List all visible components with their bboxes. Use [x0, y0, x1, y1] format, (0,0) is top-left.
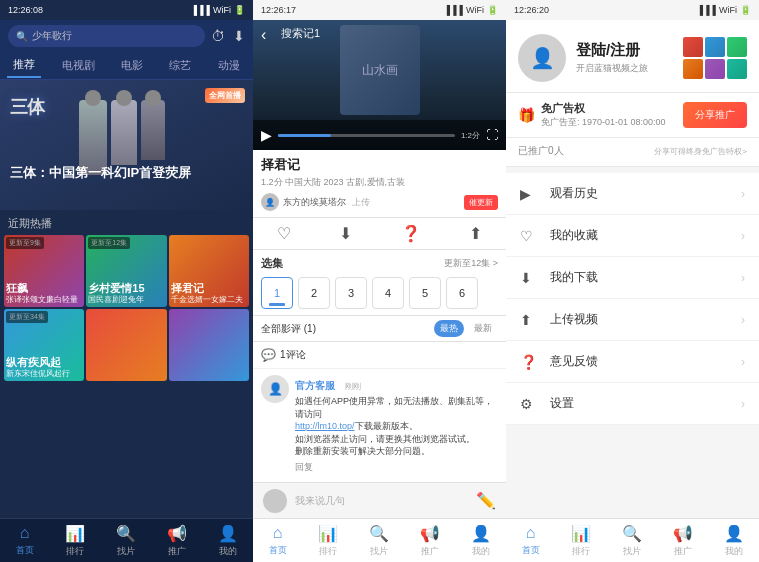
- p2-tab-hottest[interactable]: 最热: [434, 320, 464, 337]
- p1-nav-variety[interactable]: 综艺: [163, 54, 197, 77]
- p2-nav-rank[interactable]: 📊 排行: [318, 524, 338, 558]
- p2-episode-2[interactable]: 2: [298, 277, 330, 309]
- p1-grid-item-3[interactable]: 择君记 千金选婿一女嫁二夫: [169, 235, 249, 307]
- p2-promo-label: 推广: [421, 545, 439, 558]
- p3-menu-downloads[interactable]: ⬇ 我的下载 ›: [506, 257, 759, 299]
- p2-fullscreen-button[interactable]: ⛶: [486, 128, 498, 142]
- p2-episodes-update[interactable]: 更新至12集 >: [444, 257, 498, 270]
- p2-nav-mine[interactable]: 👤 我的: [471, 524, 491, 558]
- p1-grid-item-1[interactable]: 更新至9集 狂飙 张译张颂文廉白轻量: [4, 235, 84, 307]
- p3-referral-note[interactable]: 分享可得终身免广告特权>: [654, 146, 747, 157]
- p2-nav-find[interactable]: 🔍 找片: [369, 524, 389, 558]
- p3-menu-favorites[interactable]: ♡ 我的收藏 ›: [506, 215, 759, 257]
- p2-share-button[interactable]: ⬆: [469, 224, 482, 243]
- history-icon[interactable]: ⏱: [211, 28, 225, 44]
- p1-mine-icon: 👤: [218, 524, 238, 543]
- p2-uploader-name: 东方的埃莫塔尔: [283, 196, 346, 209]
- p2-comment-avatar: 👤: [261, 375, 289, 403]
- p2-all-ep-label: 全部影评 (1): [261, 322, 316, 336]
- p1-bottom-nav: ⌂ 首页 📊 排行 🔍 找片 📢 推广 👤 我的: [0, 518, 253, 562]
- p3-login-text[interactable]: 登陆/注册: [576, 41, 648, 60]
- panel2: 12:26:17 ▐▐▐ WiFi 🔋 山水画 ‹ 搜索记1 ▶ 1:2分 ⛶ …: [253, 0, 506, 562]
- p1-section-title: 近期热播: [0, 210, 253, 235]
- p3-menu-upload[interactable]: ⬆ 上传视频 ›: [506, 299, 759, 341]
- p2-like-button[interactable]: ♡: [277, 224, 291, 243]
- p2-uploader-avatar-icon: 👤: [265, 198, 275, 207]
- p1-grid-item-5[interactable]: [86, 309, 166, 381]
- p1-nav-rank[interactable]: 📊 排行: [65, 524, 85, 558]
- p1-search-text: 少年歌行: [32, 29, 72, 43]
- p3-nav-mine[interactable]: 👤 我的: [724, 524, 744, 558]
- p3-nav-home[interactable]: ⌂ 首页: [522, 524, 540, 557]
- p2-download-button[interactable]: ⬇: [339, 224, 352, 243]
- p3-promo-icon: 📢: [673, 524, 693, 543]
- p2-comment-reply[interactable]: 回复: [295, 461, 498, 474]
- p1-mine-label: 我的: [219, 545, 237, 558]
- p2-progress-bar[interactable]: [278, 134, 455, 137]
- p1-grid-item-6[interactable]: [169, 309, 249, 381]
- p2-episode-1[interactable]: 1: [261, 277, 293, 309]
- panel1: 12:26:08 ▐▐▐ WiFi 🔋 🔍 少年歌行 ⏱ ⬇ 推荐 电视剧 电影…: [0, 0, 253, 562]
- p3-nav-find[interactable]: 🔍 找片: [622, 524, 642, 558]
- p2-episodes-label: 选集: [261, 256, 283, 271]
- p1-home-label: 首页: [16, 544, 34, 557]
- p2-video-player[interactable]: 山水画 ‹ 搜索记1 ▶ 1:2分 ⛶: [253, 20, 506, 150]
- p2-promo-icon: 📢: [420, 524, 440, 543]
- p2-rank-label: 排行: [319, 545, 337, 558]
- p2-show-title: 择君记: [261, 156, 498, 174]
- p2-comment-author: 官方客服: [295, 380, 335, 391]
- p3-thumb-6: [727, 59, 747, 79]
- p1-banner-title: 三体：中国第一科幻IP首登荧屏: [10, 164, 191, 182]
- p2-info-section: 择君记 1.2分 中国大陆 2023 古剧,爱情,古装 👤 东方的埃莫塔尔 上传…: [253, 150, 506, 218]
- p2-comment-link[interactable]: http://lm10.top/: [295, 421, 355, 431]
- p2-episode-3[interactable]: 3: [335, 277, 367, 309]
- p2-back-button[interactable]: ‹: [261, 26, 266, 44]
- p2-time-played: 1:2分: [461, 130, 480, 141]
- p3-menu-watch-history[interactable]: ▶ 观看历史 ›: [506, 173, 759, 215]
- p1-nav-anime[interactable]: 动漫: [212, 54, 246, 77]
- p3-menu-settings[interactable]: ⚙ 设置 ›: [506, 383, 759, 425]
- p3-signal-icon: ▐▐▐: [697, 5, 716, 15]
- p3-menu-feedback[interactable]: ❓ 意见反馈 ›: [506, 341, 759, 383]
- p2-nav-home[interactable]: ⌂ 首页: [269, 524, 287, 557]
- p1-nav-find[interactable]: 🔍 找片: [116, 524, 136, 558]
- p2-tab-newest[interactable]: 最新: [468, 320, 498, 337]
- p1-nav-home[interactable]: ⌂ 首页: [16, 524, 34, 557]
- p2-episode-5[interactable]: 5: [409, 277, 441, 309]
- p2-send-button[interactable]: ✏️: [476, 491, 496, 510]
- p2-nav-promo[interactable]: 📢 推广: [420, 524, 440, 558]
- p1-nav-promo[interactable]: 📢 推广: [167, 524, 187, 558]
- p3-nav-promo[interactable]: 📢 推广: [673, 524, 693, 558]
- p1-nav-recommend[interactable]: 推荐: [7, 53, 41, 78]
- p1-status-bar: 12:26:08 ▐▐▐ WiFi 🔋: [0, 0, 253, 20]
- p2-uploader-avatar: 👤: [261, 193, 279, 211]
- p2-home-icon: ⌂: [273, 524, 283, 542]
- p2-ep1-bar: [269, 303, 285, 306]
- p1-nav-mine[interactable]: 👤 我的: [218, 524, 238, 558]
- p2-bottom-nav: ⌂ 首页 📊 排行 🔍 找片 📢 推广 👤 我的: [253, 518, 506, 562]
- p1-search-input-wrapper[interactable]: 🔍 少年歌行: [8, 25, 205, 47]
- p1-nav-tv[interactable]: 电视剧: [56, 54, 101, 77]
- p1-grid-item-2[interactable]: 更新至12集 乡村爱情15 国民喜剧迎兔年: [86, 235, 166, 307]
- p1-grid: 更新至9集 狂飙 张译张颂文廉白轻量 更新至12集 乡村爱情15 国民喜剧迎兔年…: [0, 235, 253, 381]
- p1-header-icons: ⏱ ⬇: [211, 28, 245, 44]
- p2-play-button[interactable]: ▶: [261, 127, 272, 143]
- p1-figure2: [111, 100, 137, 165]
- p1-time: 12:26:08: [8, 5, 43, 15]
- p1-find-icon: 🔍: [116, 524, 136, 543]
- p3-nav-rank[interactable]: 📊 排行: [571, 524, 591, 558]
- p2-comment-input-field[interactable]: 我来说几句: [295, 494, 468, 508]
- p2-episode-4[interactable]: 4: [372, 277, 404, 309]
- p2-update-badge[interactable]: 催更新: [464, 195, 498, 210]
- p3-downloads-label: 我的下载: [550, 269, 741, 286]
- p1-banner[interactable]: 三体 全网首播 三体：中国第一科幻IP首登荧屏: [0, 80, 253, 210]
- p1-nav-movie[interactable]: 电影: [115, 54, 149, 77]
- p2-comment-item: 👤 官方客服 刚刚 如遇任何APP使用异常，如无法播放、剧集乱等，请访问 htt…: [253, 369, 506, 480]
- p1-grid-item-4[interactable]: 更新至34集 纵有疾风起 新东宋佳侃风起行: [4, 309, 84, 381]
- download-icon[interactable]: ⬇: [233, 28, 245, 44]
- p2-episode-6[interactable]: 6: [446, 277, 478, 309]
- p2-comment-input-bar: 我来说几句 ✏️: [253, 482, 506, 518]
- p3-mine-icon: 👤: [724, 524, 744, 543]
- p2-help-button[interactable]: ❓: [401, 224, 421, 243]
- p3-share-button[interactable]: 分享推广: [683, 102, 747, 128]
